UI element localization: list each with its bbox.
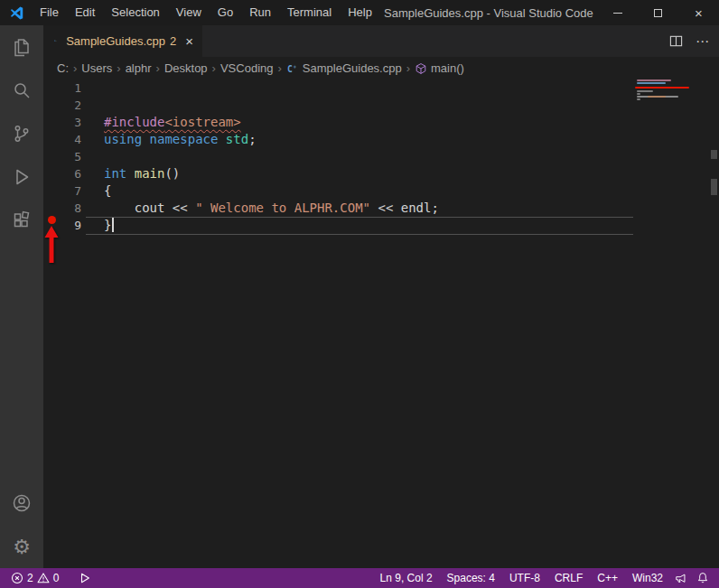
line-number[interactable]: 6 — [43, 165, 81, 182]
menu-edit[interactable]: Edit — [67, 0, 103, 25]
breadcrumb-item-alphr[interactable]: alphr — [126, 61, 152, 75]
eol-status[interactable]: CRLF — [547, 568, 590, 588]
code-text[interactable]: cout << " Welcome to ALPHR.COM" << endl; — [81, 200, 439, 217]
platform-status[interactable]: Win32 — [625, 568, 670, 588]
code-text[interactable] — [81, 97, 104, 114]
tab-close-icon[interactable]: × — [185, 34, 193, 48]
source-control-icon — [11, 123, 33, 145]
breadcrumb-item-users[interactable]: Users — [81, 61, 112, 75]
code-line-9[interactable]: 9 } — [43, 217, 719, 234]
more-actions-icon[interactable]: ⋯ — [696, 33, 710, 50]
code-token: cout << — [104, 201, 195, 215]
svg-text:+: + — [56, 41, 57, 42]
code-token: () — [164, 166, 180, 181]
code-token: using namespace — [104, 132, 226, 146]
maximize-icon — [654, 9, 662, 17]
minimap-line — [637, 79, 671, 81]
close-icon: × — [695, 6, 703, 20]
line-number[interactable]: 2 — [43, 97, 81, 114]
sidebar-item-run-debug[interactable] — [0, 155, 43, 199]
code-token: } — [104, 218, 111, 232]
breadcrumb-item-drive[interactable]: C: — [57, 61, 69, 75]
breakpoint-dot[interactable] — [48, 216, 56, 224]
menu-help[interactable]: Help — [340, 0, 380, 25]
close-button[interactable]: × — [678, 0, 719, 25]
symbol-namespace-icon — [415, 62, 427, 75]
code-line-4[interactable]: 4 using namespace std; — [43, 131, 719, 148]
minimap-error-mark — [635, 87, 689, 89]
problems-indicator[interactable]: 2 0 — [7, 568, 62, 588]
menu-go[interactable]: Go — [210, 0, 241, 25]
feedback-button[interactable] — [670, 568, 692, 588]
code-line-1[interactable]: 1 — [43, 79, 719, 97]
settings-button[interactable]: ⚙ — [0, 525, 43, 568]
code-text[interactable]: int main() — [81, 165, 180, 182]
sidebar-item-search[interactable] — [0, 69, 43, 112]
menu-selection[interactable]: Selection — [103, 0, 167, 25]
code-text[interactable]: using namespace std; — [81, 131, 257, 148]
encoding-status[interactable]: UTF-8 — [502, 568, 547, 588]
split-editor-icon[interactable] — [669, 34, 683, 48]
code-text[interactable] — [81, 148, 104, 165]
minimize-icon — [613, 13, 622, 14]
menu-terminal[interactable]: Terminal — [279, 0, 340, 25]
svg-text:C: C — [287, 63, 293, 73]
minimap[interactable] — [635, 79, 689, 105]
breadcrumb-separator: › — [406, 61, 410, 75]
run-status-icon — [79, 572, 91, 584]
code-text[interactable]: { — [81, 182, 111, 200]
tab-label: SampleGuides.cpp — [66, 34, 165, 48]
breadcrumb-separator: › — [73, 61, 77, 75]
breadcrumb: C: › Users › alphr › Desktop › VSCoding … — [43, 57, 719, 79]
sidebar-item-extensions[interactable] — [0, 199, 43, 242]
code-line-5[interactable]: 5 — [43, 148, 719, 165]
notifications-button[interactable] — [692, 568, 714, 588]
sidebar-item-source-control[interactable] — [0, 112, 43, 155]
tab-sampleguides-cpp[interactable]: C + SampleGuides.cpp 2 × — [43, 25, 202, 57]
minimap-line — [648, 96, 666, 98]
settings-gear-icon: ⚙ — [13, 536, 31, 558]
run-and-debug-icon — [11, 166, 33, 188]
title-bar: File Edit Selection View Go Run Terminal… — [0, 0, 719, 25]
code-editor[interactable]: 1 2 3 #include<iostream> 4 using namespa… — [43, 79, 719, 568]
editor-actions: ⋯ — [669, 25, 719, 57]
breadcrumb-item-file[interactable]: SampleGuides.cpp — [303, 61, 402, 75]
line-number[interactable]: 5 — [43, 148, 81, 165]
code-token: << endl; — [370, 201, 439, 215]
line-number[interactable]: 7 — [43, 182, 81, 200]
code-text[interactable] — [81, 79, 104, 97]
line-number[interactable]: 4 — [43, 131, 81, 148]
breadcrumb-item-vscoding[interactable]: VSCoding — [220, 61, 274, 75]
menu-bar: File Edit Selection View Go Run Terminal… — [32, 0, 380, 25]
menu-run[interactable]: Run — [241, 0, 279, 25]
maximize-button[interactable] — [638, 0, 678, 25]
breadcrumb-separator: › — [156, 61, 160, 75]
window-title: SampleGuides.cpp - Visual Studio Code — [380, 6, 597, 20]
code-text[interactable]: #include<iostream> — [81, 114, 241, 131]
line-number[interactable]: 1 — [43, 79, 81, 97]
sidebar-item-explorer[interactable] — [0, 25, 43, 69]
run-status-button[interactable] — [75, 568, 95, 588]
line-number[interactable]: 3 — [43, 114, 81, 131]
search-icon — [11, 79, 33, 101]
menu-view[interactable]: View — [168, 0, 210, 25]
language-mode-status[interactable]: C++ — [590, 568, 625, 588]
cpp-file-icon: C + — [54, 34, 57, 48]
overview-ruler-mark — [711, 179, 717, 195]
accounts-button[interactable] — [0, 481, 43, 525]
breadcrumb-separator: › — [212, 61, 216, 75]
minimap-line — [637, 93, 640, 95]
code-line-3[interactable]: 3 #include<iostream> — [43, 114, 719, 131]
indentation-status[interactable]: Spaces: 4 — [440, 568, 502, 588]
breadcrumb-item-desktop[interactable]: Desktop — [164, 61, 208, 75]
code-line-6[interactable]: 6 int main() — [43, 165, 719, 182]
menu-file[interactable]: File — [32, 0, 67, 25]
cursor-position-status[interactable]: Ln 9, Col 2 — [373, 568, 440, 588]
code-line-7[interactable]: 7 { — [43, 182, 719, 200]
code-line-8[interactable]: 8 cout << " Welcome to ALPHR.COM" << end… — [43, 200, 719, 217]
code-text[interactable]: } — [81, 217, 114, 234]
minimize-button[interactable] — [597, 0, 638, 25]
code-line-2[interactable]: 2 — [43, 97, 719, 114]
breadcrumb-item-symbol-main[interactable]: main() — [431, 61, 464, 75]
line-number[interactable]: 8 — [43, 200, 81, 217]
